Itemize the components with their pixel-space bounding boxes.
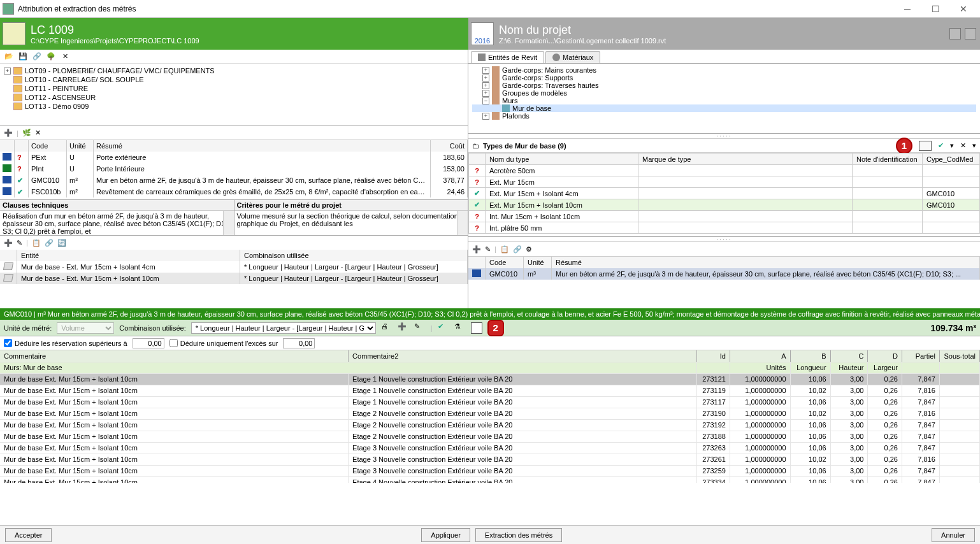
dh-comment[interactable]: Commentaire — [0, 350, 349, 362]
validate-icon[interactable]: ✔ — [438, 322, 449, 334]
lot-tree[interactable]: +LOT09 - PLOMBERIE/ CHAUFFAGE/ VMC/ EQUI… — [0, 64, 468, 126]
criteria-text[interactable]: Volume mesuré sur la section théorique d… — [234, 211, 468, 235]
tab-revit-entities[interactable]: Entités de Revit — [471, 51, 544, 63]
cancel-button[interactable]: Annuler — [932, 528, 975, 542]
accept-button[interactable]: Accepter — [5, 528, 52, 542]
types-header-name[interactable]: Nom du type — [486, 154, 638, 165]
data-row[interactable]: Mur de base Ext. Mur 15cm + Isolant 10cm… — [0, 476, 980, 483]
data-row[interactable]: Mur de base Ext. Mur 15cm + Isolant 10cm… — [0, 465, 980, 476]
type-row[interactable]: ✔Ext. Mur 15cm + Isolant 4cmGMC010 — [469, 188, 980, 199]
lot-item[interactable]: LOT10 - CARRELAGE/ SOL SOUPLE — [4, 75, 464, 84]
entity-table[interactable]: Entité Combinaison utilisée Mur de base … — [0, 250, 468, 284]
revit-tree-item[interactable]: +Groupes de modèles — [472, 89, 976, 97]
apply-button[interactable]: Appliquer — [421, 528, 470, 542]
dh-c[interactable]: C — [830, 350, 868, 362]
rc-edit-icon[interactable]: ✎ — [485, 245, 491, 254]
expand-icon[interactable]: − — [482, 97, 489, 104]
rcode-header-code[interactable]: Code — [486, 257, 524, 268]
deduce-reservation-input[interactable] — [133, 338, 164, 348]
dropdown-icon-2[interactable]: ▾ — [972, 141, 976, 150]
types-table[interactable]: Nom du type Marque de type Note d'identi… — [468, 153, 980, 234]
measurements-table[interactable]: Commentaire Commentaire2 Id A B C D Part… — [0, 350, 980, 483]
lot-item[interactable]: LOT13 - Démo 0909 — [4, 102, 464, 111]
data-row[interactable]: Mur de base Ext. Mur 15cm + Isolant 10cm… — [0, 385, 980, 396]
rcode-row[interactable]: GMC010 m³ Mur en béton armé 2F, de jusqu… — [468, 268, 980, 280]
filter2-icon[interactable]: ⚗ — [454, 322, 466, 334]
close-button[interactable]: ✕ — [949, 1, 977, 17]
types-header-brand[interactable]: Marque de type — [638, 154, 853, 165]
check-icon[interactable]: ✔ — [938, 141, 944, 150]
layout-button[interactable] — [949, 28, 961, 39]
code-header-summary[interactable]: Résumé — [94, 140, 431, 152]
expand-icon[interactable]: + — [482, 67, 489, 74]
expand-icon[interactable]: + — [482, 82, 489, 89]
clauses-text[interactable]: Réalisation d'un mur en béton armé 2F, d… — [0, 211, 234, 235]
type-row[interactable]: ✔Ext. Mur 15cm + Isolant 10cmGMC010 — [469, 199, 980, 211]
save-icon[interactable]: 💾 — [18, 52, 28, 62]
entity-header-combo[interactable]: Combinaison utilisée — [240, 250, 468, 261]
dh-partial[interactable]: Partiel — [902, 350, 940, 362]
data-row[interactable]: Mur de base Ext. Mur 15cm + Isolant 10cm… — [0, 396, 980, 408]
filter-icon[interactable]: 🌿 — [22, 129, 31, 137]
deduce-reservation-check[interactable]: Déduire les réservation supérieurs à — [4, 339, 127, 347]
types-header-note[interactable]: Note d'identification — [853, 154, 923, 165]
rcode-header-summary[interactable]: Résumé — [552, 257, 980, 268]
revit-tree-item[interactable]: +Garde-corps: Supports — [472, 74, 976, 82]
print-icon[interactable]: 🖨 — [381, 322, 393, 334]
tab-materials[interactable]: Matériaux — [545, 51, 600, 63]
combo-select[interactable]: * Longueur | Hauteur | Largeur - [Largeu… — [191, 322, 376, 334]
data-row[interactable]: Mur de base Ext. Mur 15cm + Isolant 10cm… — [0, 408, 980, 419]
unit-select[interactable]: Volume — [57, 322, 114, 334]
link-icon[interactable]: 🔗 — [32, 52, 42, 62]
dh-subtotal[interactable]: Sous-total — [939, 350, 979, 362]
entity-header-name[interactable]: Entité — [17, 250, 240, 261]
rc-link-icon[interactable]: 🔗 — [513, 245, 522, 254]
type-row[interactable]: ?Int. Mur 15cm + Isolant 10cm — [469, 211, 980, 222]
code-row[interactable]: ✔FSC010bm²Revêtement de carreaux céramiq… — [0, 186, 468, 197]
data-row[interactable]: Mur de base Ext. Mur 15cm + Isolant 10cm… — [0, 373, 980, 385]
ent-add-icon[interactable]: ➕ — [4, 239, 13, 247]
remove-icon[interactable]: ✕ — [35, 129, 41, 137]
lot-item[interactable]: LOT11 - PEINTURE — [4, 84, 464, 93]
data-row[interactable]: Mur de base Ext. Mur 15cm + Isolant 10cm… — [0, 442, 980, 454]
expand-icon[interactable]: + — [4, 68, 11, 75]
table-button[interactable] — [471, 322, 482, 334]
dh-a[interactable]: A — [730, 350, 790, 362]
rc-add-icon[interactable]: ➕ — [472, 245, 481, 254]
minimize-button[interactable]: ─ — [893, 1, 921, 17]
code-row[interactable]: ?PExtUPorte extérieure183,60 — [0, 152, 468, 163]
ent-sync-icon[interactable]: 🔄 — [57, 239, 66, 247]
ent-edit-icon[interactable]: ✎ — [17, 239, 22, 247]
entity-row[interactable]: Mur de base - Ext. Mur 15cm + Isolant 10… — [0, 273, 468, 284]
code-header-code[interactable]: Code — [29, 140, 67, 152]
revit-tree-item[interactable]: +Garde-corps: Traverses hautes — [472, 82, 976, 89]
open-folder-icon[interactable]: 📂 — [4, 52, 14, 62]
tree-icon[interactable]: 🌳 — [46, 52, 56, 62]
add-row-icon[interactable]: ➕ — [398, 322, 409, 334]
dh-d[interactable]: D — [868, 350, 902, 362]
deduce-excess-check[interactable]: Déduire uniquement l'excès sur — [169, 339, 278, 347]
expand-icon[interactable]: + — [482, 113, 489, 120]
expand-icon[interactable]: + — [482, 75, 489, 82]
extract-button[interactable]: Extraction des métrés — [475, 528, 562, 542]
code-header-cost[interactable]: Coût — [431, 140, 468, 152]
code-table-area[interactable]: Code Unité Résumé Coût ?PExtUPorte extér… — [0, 140, 468, 200]
type-row[interactable]: ?Ext. Mur 15cm — [469, 176, 980, 188]
splitter-horizontal-2[interactable]: ····· — [468, 237, 980, 242]
data-row[interactable]: Mur de base Ext. Mur 15cm + Isolant 10cm… — [0, 454, 980, 465]
code-row[interactable]: ✔GMC010m³Mur en béton armé 2F, de jusqu'… — [0, 175, 468, 186]
ent-copy-icon[interactable]: 📋 — [32, 239, 41, 247]
rc-copy-icon[interactable]: 📋 — [500, 245, 509, 254]
revit-tree-item[interactable]: −Murs — [472, 97, 976, 104]
dh-id[interactable]: Id — [696, 350, 730, 362]
dh-b[interactable]: B — [790, 350, 830, 362]
revit-tree-item[interactable]: +Plafonds — [472, 112, 976, 120]
types-close-icon[interactable]: ✕ — [960, 141, 966, 150]
menu-button[interactable] — [965, 28, 976, 39]
rc-misc-icon[interactable]: ⚙ — [526, 245, 532, 254]
delete-icon[interactable]: ✕ — [60, 52, 70, 62]
type-row[interactable]: ?Acrotère 50cm — [469, 165, 980, 176]
data-row[interactable]: Mur de base Ext. Mur 15cm + Isolant 10cm… — [0, 419, 980, 431]
entity-row[interactable]: Mur de base - Ext. Mur 15cm + Isolant 4c… — [0, 261, 468, 273]
lot-item[interactable]: LOT12 - ASCENSEUR — [4, 93, 464, 102]
